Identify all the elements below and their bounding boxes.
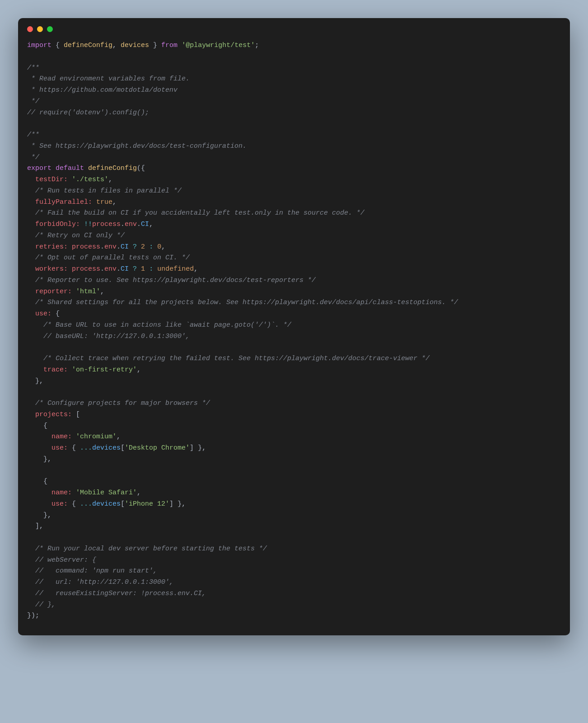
comment-retry: /* Retry on CI only */ <box>27 232 125 239</box>
comma: , <box>161 243 165 251</box>
project1-close: }, <box>27 455 51 463</box>
string-testDir: './tests' <box>68 176 108 183</box>
project2-open: { <box>27 478 47 485</box>
undefined: undefined <box>157 265 194 273</box>
prop-testDir: testDir: <box>27 176 68 183</box>
number-2: 2 <box>141 243 145 251</box>
operator-ternary: ? <box>129 265 141 273</box>
string-mobile-safari: 'Mobile Safari' <box>72 489 137 497</box>
string-chromium: 'chromium' <box>72 433 117 441</box>
comma: , <box>137 489 141 497</box>
comma: , <box>117 433 121 441</box>
paren-close: ) <box>31 612 35 620</box>
code-window: import { defineConfig, devices } from '@… <box>18 18 570 635</box>
dot: . <box>100 265 104 273</box>
projects-close: ], <box>27 522 43 530</box>
var-process: process <box>68 243 100 251</box>
var-CI: CI <box>121 265 129 273</box>
bracket: ] <box>190 444 194 452</box>
brace-open: { <box>51 310 60 318</box>
string-package: '@playwright/test' <box>182 42 255 49</box>
operator-ternary: ? <box>129 243 141 251</box>
var-env: env <box>104 265 117 273</box>
use-close: }, <box>27 377 43 385</box>
dot: . <box>117 265 121 273</box>
function-defineConfig: defineConfig <box>88 164 137 172</box>
comment-ws-url: // url: 'http://127.0.0.1:3000', <box>27 578 173 586</box>
comma: , <box>137 366 141 374</box>
bracket-open: [ <box>72 411 80 418</box>
string-desktop-chrome: 'Desktop Chrome' <box>125 444 190 452</box>
comma: , <box>108 176 112 183</box>
var-devices: devices <box>92 500 121 508</box>
comment-baseurl: /* Base URL to use in actions like `awai… <box>27 321 291 329</box>
maximize-window-dot[interactable] <box>47 26 53 32</box>
var-env: env <box>104 243 117 251</box>
comma: , <box>112 198 117 206</box>
var-env: env <box>125 221 137 228</box>
identifier-defineConfig: defineConfig <box>64 42 112 49</box>
brace-open: { <box>141 164 145 172</box>
comment-shared: /* Shared settings for all the projects … <box>27 299 458 306</box>
project1-open: { <box>27 422 47 430</box>
minimize-window-dot[interactable] <box>37 26 43 32</box>
dot: . <box>137 221 141 228</box>
brace-close: }, <box>194 444 206 452</box>
operator-colon: : <box>145 265 157 273</box>
prop-forbidOnly: forbidOnly: <box>27 221 80 228</box>
comment-trace: /* Collect trace when retrying the faile… <box>27 355 429 362</box>
identifier-devices: devices <box>121 42 149 49</box>
brace: } <box>149 42 161 49</box>
comment-baseurl-val: // baseURL: 'http://127.0.0.1:3000', <box>27 333 190 340</box>
comment-reporter: /* Reporter to use. See https://playwrig… <box>27 277 316 284</box>
comment-ws-reuse: // reuseExistingServer: !process.env.CI, <box>27 590 206 597</box>
bracket: [ <box>121 444 125 452</box>
prop-projects: projects: <box>27 411 72 418</box>
comma: , <box>149 221 153 228</box>
string-html: 'html' <box>72 288 100 296</box>
prop-reporter: reporter: <box>27 288 72 296</box>
comment-see-docs: /** * See https://playwright.dev/docs/te… <box>27 131 247 161</box>
prop-use: use: <box>27 444 68 452</box>
var-CI: CI <box>141 221 149 228</box>
var-process: process <box>68 265 100 273</box>
comment-ws-command: // command: 'npm run start', <box>27 567 157 575</box>
window-titlebar <box>18 18 570 36</box>
space <box>177 42 182 49</box>
semicolon: ; <box>35 612 39 620</box>
prop-name: name: <box>27 433 72 441</box>
spread: ... <box>80 444 92 452</box>
spread: ... <box>80 500 92 508</box>
operator-bang: !! <box>80 221 92 228</box>
paren-open: ( <box>137 164 141 172</box>
prop-use: use: <box>27 500 68 508</box>
comment-fail: /* Fail the build on CI if you accidenta… <box>27 209 364 217</box>
comment-ws-open: // webServer: { <box>27 556 96 564</box>
comment-ws-close: // }, <box>27 601 56 609</box>
number-1: 1 <box>141 265 145 273</box>
close-window-dot[interactable] <box>27 26 33 32</box>
string-iphone12: 'iPhone 12' <box>125 500 169 508</box>
dot: . <box>100 243 104 251</box>
prop-use: use: <box>27 310 51 318</box>
prop-retries: retries: <box>27 243 68 251</box>
keyword-default: default <box>51 164 88 172</box>
obj-close: } <box>27 612 31 620</box>
semicolon: ; <box>255 42 259 49</box>
comma: , <box>194 265 198 273</box>
comma: , <box>112 42 121 49</box>
prop-trace: trace: <box>27 366 68 374</box>
prop-workers: workers: <box>27 265 68 273</box>
var-devices: devices <box>92 444 121 452</box>
var-CI: CI <box>121 243 129 251</box>
comment-workers: /* Opt out of parallel tests on CI. */ <box>27 254 190 262</box>
comma: , <box>100 288 104 296</box>
bracket: ] <box>169 500 173 508</box>
comment-env: /** * Read environment variables from fi… <box>27 64 190 105</box>
keyword-export: export <box>27 164 51 172</box>
brace-open: { <box>68 444 80 452</box>
comment-require: // require('dotenv').config(); <box>27 109 149 117</box>
var-process: process <box>92 221 121 228</box>
comment-projects: /* Configure projects for major browsers… <box>27 399 210 407</box>
prop-fullyParallel: fullyParallel: <box>27 198 92 206</box>
